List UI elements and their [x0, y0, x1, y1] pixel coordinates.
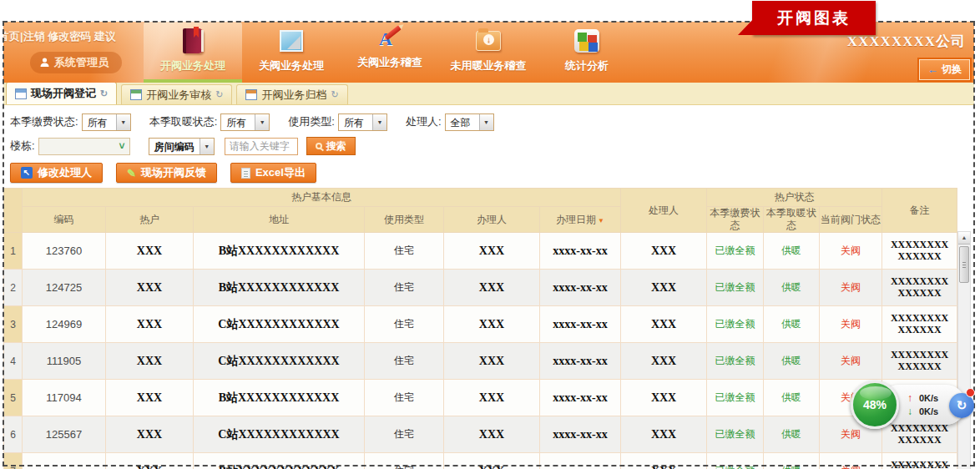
heat-status-select[interactable]: 所有▼ [220, 113, 270, 131]
chevron-down-icon: ▼ [479, 114, 493, 130]
refresh-icon[interactable]: ↻ [215, 89, 223, 100]
colored-squares-icon [573, 27, 601, 55]
nav-label: 统计分析 [565, 58, 609, 73]
network-speed-widget[interactable]: ↑0K/s ↓0K/s 48% ↻ [851, 381, 980, 432]
cell-valve-status: 关阀 [820, 343, 882, 380]
notification-dot [966, 388, 975, 397]
table-row[interactable]: 7 XXX B站XXXXXXXXXXXX 住宅 XXX xxxx-xx-xx X… [4, 453, 957, 469]
switch-button[interactable]: ← 切换 [919, 59, 970, 80]
table-row[interactable]: 5 117094 XXX B站XXXXXXXXXXXX 住宅 XXX xxxx-… [4, 380, 957, 416]
cell-address: C站XXXXXXXXXXXX [194, 306, 365, 343]
cell-household: XXX [106, 416, 194, 453]
chevron-down-icon: ▼ [200, 139, 214, 154]
cell-agent: XXX [444, 453, 540, 469]
table-row[interactable]: 6 125567 XXX C站XXXXXXXXXXXX 住宅 XXX xxxx-… [4, 416, 957, 453]
download-speed: 0K/s [919, 406, 938, 416]
table-body: 1 123760 XXX B站XXXXXXXXXXXX 住宅 XXX xxxx-… [4, 233, 957, 469]
cell-household: XXX [106, 380, 194, 416]
refresh-icon[interactable]: ↻ [100, 88, 108, 99]
tab-label: 现场开阀登记 [31, 86, 96, 101]
progress-ball[interactable]: 48% [851, 381, 899, 429]
tab-label: 开阀业务审核 [146, 88, 211, 103]
excel-export-button[interactable]: Excel导出 [230, 163, 316, 183]
sort-desc-icon: ▼ [598, 217, 604, 224]
nav-no-heating-inspection[interactable]: ↓ 未用暖业务稽查 [439, 22, 538, 83]
group-basic-info: 热户基本信息 [23, 189, 621, 207]
cursor-icon: ↖ [21, 167, 33, 179]
progress-percent: 48% [863, 398, 887, 411]
building-select[interactable]: ˅ [38, 138, 130, 155]
cell-address: C站XXXXXXXXXXXX [194, 416, 365, 453]
pencil-a-icon: A [377, 27, 402, 52]
col-heat-status: 本季取暖状态 [764, 207, 820, 233]
col-date[interactable]: 办理日期▼ [540, 207, 621, 233]
col-pay-status: 本季缴费状态 [707, 207, 764, 233]
tab-valve-business-archive[interactable]: 开阀业务归档 ↻ [236, 84, 347, 104]
cell-pay-status: 已缴全额 [707, 270, 764, 306]
cell-code: 117094 [23, 380, 106, 416]
open-valve-chart-banner: 开阀图表 [752, 1, 876, 35]
refresh-icon[interactable]: ↻ [331, 89, 338, 100]
chevron-down-icon: ▼ [372, 114, 386, 130]
scrollbar-thumb[interactable] [959, 246, 969, 283]
nav-statistics[interactable]: 统计分析 [538, 22, 636, 83]
search-label: 搜索 [326, 139, 346, 154]
cell-remark: XXXXXXXXXXXXXX [882, 270, 957, 306]
filter-panel: 本季缴费状态: 所有▼ 本季取暖状态: 所有▼ 使用类型: 所有▼ 处理人: 全… [3, 105, 974, 157]
cell-valve-status: 关阀 [820, 306, 882, 343]
room-code-select[interactable]: 房间编码▼ [149, 138, 215, 155]
cell-use-type: 住宅 [365, 270, 444, 306]
cell-address: B站XXXXXXXXXXXX [194, 270, 365, 306]
table-row[interactable]: 3 124969 XXX C站XXXXXXXXXXXX 住宅 XXX xxxx-… [4, 306, 957, 343]
use-type-label: 使用类型: [288, 114, 335, 129]
user-icon [40, 58, 49, 68]
nav-open-valve-processing[interactable]: 开阀业务处理 [144, 22, 242, 83]
cell-address: B站XXXXXXXXXXXX [194, 380, 365, 416]
vertical-scrollbar[interactable]: ▲ [957, 231, 971, 469]
main-nav: 开阀业务处理 关阀业务处理 A 关阀业务稽查 ↓ 未用暖业务稽查 统计分析 [144, 22, 636, 83]
row-number: 5 [4, 380, 23, 416]
cell-code: 124725 [23, 270, 106, 306]
table-row[interactable]: 2 124725 XXX B站XXXXXXXXXXXX 住宅 XXX xxxx-… [4, 270, 957, 306]
table-row[interactable]: 1 123760 XXX B站XXXXXXXXXXXX 住宅 XXX xxxx-… [4, 233, 957, 270]
document-icon [241, 168, 250, 179]
search-button[interactable]: 搜索 [306, 137, 356, 155]
row-number: 7 [4, 453, 23, 469]
table-row[interactable]: 4 111905 XXX C站XXXXXXXXXXXX 住宅 XXX xxxx-… [4, 343, 957, 380]
cell-code: 111905 [23, 343, 106, 380]
cell-agent: XXX [444, 306, 540, 343]
tab-field-valve-registration[interactable]: 现场开阀登记 ↻ [6, 82, 117, 104]
tab-valve-business-review[interactable]: 开阀业务审核 ↻ [121, 84, 232, 104]
nav-label: 关阀业务处理 [259, 58, 324, 73]
row-number-header [4, 189, 23, 233]
cell-code [23, 453, 106, 469]
button-label: 修改处理人 [38, 165, 92, 180]
pay-status-select[interactable]: 所有▼ [82, 113, 131, 131]
nav-close-valve-inspection[interactable]: A 关阀业务稽查 [341, 22, 439, 83]
drawing-board-icon [277, 27, 306, 55]
cell-remark: XXXXXXXXXXXXXX [882, 233, 957, 270]
keyword-input[interactable] [225, 138, 298, 155]
tab-label: 开阀业务归档 [261, 88, 326, 103]
building-label: 楼栋: [10, 139, 35, 154]
cell-code: 124969 [23, 306, 106, 343]
upload-speed: 0K/s [919, 393, 938, 403]
cell-heat-status: 供暖 [764, 270, 820, 306]
cell-use-type: 住宅 [365, 306, 444, 343]
cell-address: C站XXXXXXXXXXXX [194, 343, 365, 380]
use-type-select[interactable]: 所有▼ [338, 113, 387, 131]
cell-date: xxxx-xx-xx [540, 343, 621, 380]
cell-date: xxxx-xx-xx [540, 416, 621, 453]
upload-arrow-icon: ↑ [907, 392, 912, 404]
folder-download-icon: ↓ [474, 27, 503, 55]
handler-select[interactable]: 全部▼ [445, 113, 494, 131]
col-agent: 办理人 [444, 207, 540, 233]
field-open-valve-feedback-button[interactable]: ✎ 现场开阀反馈 [116, 163, 217, 183]
nav-close-valve-processing[interactable]: 关阀业务处理 [242, 22, 341, 83]
top-links[interactable]: 首页|注销 修改密码 建议 [3, 29, 116, 44]
modify-handler-button[interactable]: ↖ 修改处理人 [10, 163, 103, 183]
cell-heat-status: 供暖 [764, 343, 820, 380]
cell-use-type: 住宅 [365, 380, 444, 416]
col-valve-status: 当前阀门状态 [820, 207, 882, 233]
scroll-up-arrow-icon[interactable]: ▲ [958, 232, 970, 245]
